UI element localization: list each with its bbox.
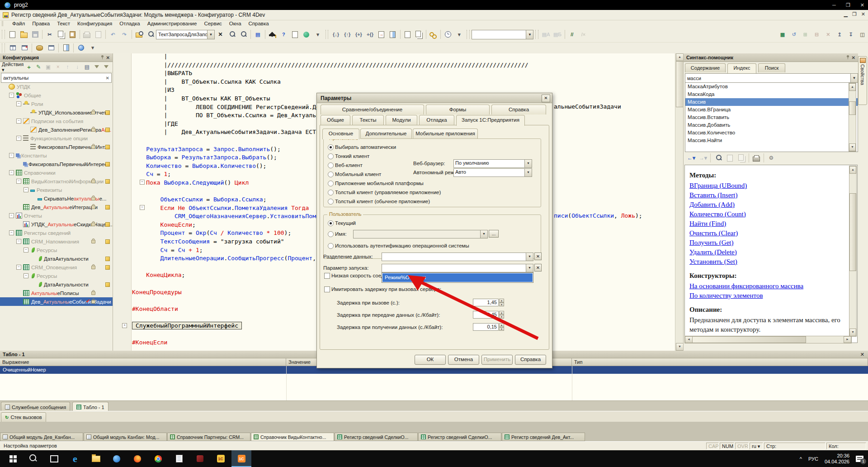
index-item[interactable]: МаскаАтрибутов — [685, 83, 858, 91]
tree-item[interactable]: −Ресурсы — [0, 272, 113, 280]
low-speed-checkbox[interactable] — [324, 273, 330, 279]
menu-отладка[interactable]: Отладка — [116, 21, 143, 26]
constructor-link[interactable]: На основании фиксированного массива — [689, 281, 846, 291]
syntax-tab-0[interactable]: Содержание — [685, 63, 726, 72]
expander-icon[interactable]: − — [24, 187, 28, 192]
print-icon[interactable] — [81, 29, 93, 40]
toolbar-more-icon[interactable]: ▾ — [312, 29, 323, 40]
constructor-link[interactable]: По количеству элементов — [689, 291, 846, 300]
expander-icon[interactable]: − — [24, 248, 28, 253]
storage-lock-icon[interactable]: ◫ — [857, 29, 868, 40]
scroll-thumb[interactable] — [849, 101, 856, 115]
syntax-help-icon[interactable] — [267, 29, 278, 40]
bottom-tab-1[interactable]: Табло - 1 — [72, 402, 108, 412]
storage-remove-icon[interactable]: ⊟ — [811, 29, 822, 40]
storage-history-icon[interactable]: ↺ — [788, 29, 800, 40]
find-in-files-icon[interactable] — [133, 29, 145, 40]
tree-item[interactable]: ФиксироватьПервичныйИнтерес — [0, 160, 113, 168]
menu-правка[interactable]: Правка — [28, 21, 53, 26]
doc-minimize-icon[interactable]: ▁ — [844, 11, 847, 17]
tree-item[interactable]: −CRM_Напоминания — [0, 237, 113, 246]
storage-delete-icon[interactable]: ✕ — [822, 29, 834, 40]
radio-user-name[interactable] — [328, 231, 334, 237]
data-separation-clear-icon[interactable]: ✕ — [534, 253, 542, 260]
отмена-button[interactable]: Отмена — [448, 355, 479, 365]
index-item[interactable]: Массив.Найти — [685, 137, 858, 144]
tree-item[interactable]: −Функциональные опции — [0, 134, 113, 143]
clear-search-icon[interactable]: ✕ — [106, 76, 109, 81]
new-document-icon[interactable] — [7, 29, 18, 40]
redo-icon[interactable]: ↷ — [118, 29, 130, 40]
user-browse-button[interactable]: ... — [489, 230, 499, 238]
radio-current-user[interactable] — [328, 220, 334, 226]
goto-line-icon[interactable]: +{} — [364, 29, 376, 40]
copy-item-icon[interactable]: ▣ — [44, 62, 52, 72]
chevron-down-icon[interactable]: ▼ — [526, 30, 533, 39]
taskbar-chrome[interactable] — [148, 450, 168, 467]
offline-mode-select[interactable]: Авто▼ — [453, 168, 532, 177]
taskbar-task-view[interactable] — [44, 450, 64, 467]
storage-down-icon[interactable]: ↧ — [845, 29, 857, 40]
dialog-tab2-0[interactable]: Общие — [321, 115, 350, 125]
delay-field-0[interactable]: 1,45 — [473, 299, 499, 306]
tree-item[interactable]: −Отчеты — [0, 211, 113, 220]
tree-item[interactable]: УПДК — [0, 82, 113, 91]
forward-icon[interactable]: →▾ — [697, 152, 709, 163]
method-link[interactable]: Установить (Set) — [689, 257, 846, 267]
module-split-icon[interactable] — [387, 29, 398, 40]
index-item[interactable]: Массив.Вставить — [685, 114, 858, 121]
radio-os-auth[interactable] — [328, 243, 334, 249]
launch-param-select[interactable]: ▼ — [382, 264, 533, 272]
prev-procedure-icon[interactable]: {↑} — [342, 29, 353, 40]
dropdown-item-selected[interactable]: Режим%Отладки — [382, 273, 533, 282]
dialog-tab2-4[interactable]: Запуск 1С:Предприятия — [456, 115, 525, 126]
menu-администрирование[interactable]: Администрирование — [144, 21, 201, 26]
chevron-down-icon[interactable]: ▼ — [850, 74, 858, 82]
expander-icon[interactable]: − — [9, 230, 14, 235]
settings-icon[interactable]: ⚙ — [765, 152, 777, 163]
inner-tab-2[interactable]: Мобильные приложения — [413, 129, 478, 138]
procedures-list-icon[interactable]: {+} — [353, 29, 364, 40]
web-browser-select[interactable]: По умолчанию▼ — [453, 159, 532, 168]
form-window-icon[interactable] — [45, 43, 57, 53]
next-topic-icon[interactable] — [736, 152, 747, 163]
ок-button[interactable]: ОК — [415, 355, 446, 365]
close-icon[interactable]: ✕ — [860, 2, 864, 8]
notification-icon[interactable]: 1 — [856, 456, 863, 462]
window-close-icon[interactable] — [19, 43, 30, 53]
taskbar-start[interactable] — [3, 450, 23, 467]
panel-close-icon[interactable]: ✕ — [106, 55, 110, 60]
expander-icon[interactable]: − — [16, 179, 21, 184]
expander-icon[interactable]: − — [16, 239, 21, 244]
scroll-thumb[interactable] — [692, 336, 806, 343]
tree-item[interactable]: ДатаАктуальности — [0, 280, 113, 289]
spinner-0[interactable]: ▲▼ — [499, 299, 504, 306]
taskbar-app-blue[interactable] — [107, 450, 127, 467]
delay-field-2[interactable]: 0,15 — [473, 323, 499, 331]
scroll-down-icon[interactable]: ▼ — [676, 343, 683, 351]
syntax-tab-2[interactable]: Поиск — [758, 63, 785, 72]
panel-close-icon[interactable]: ✕ — [860, 352, 868, 357]
chain-format-icon[interactable] — [428, 29, 439, 40]
dialog-tab2-2[interactable]: Модули — [386, 115, 417, 125]
scroll-thumb[interactable] — [676, 61, 683, 107]
expander-icon[interactable]: − — [9, 170, 14, 175]
storage-open-icon[interactable]: ▦ — [777, 29, 788, 40]
radio-3[interactable] — [328, 172, 334, 177]
comment-icon[interactable]: // — [566, 29, 578, 40]
scroll-up-icon[interactable]: ▲ — [676, 53, 683, 61]
expander-icon[interactable]: − — [16, 101, 21, 106]
index-item[interactable]: Массив — [685, 98, 858, 106]
taskbar-1c-config[interactable]: 1С — [211, 450, 231, 467]
fold-marker-if[interactable]: − — [140, 205, 145, 210]
copy-icon[interactable] — [56, 29, 67, 40]
properties-side-tab[interactable]: Свойства — [858, 56, 867, 105]
delay-field-1[interactable]: 0,45 — [473, 311, 499, 319]
expander-icon[interactable]: − — [9, 153, 14, 158]
dialog-tab2-3[interactable]: Отладка — [419, 115, 454, 125]
taskbar-firefox[interactable] — [127, 450, 147, 467]
maximize-icon[interactable]: ❐ — [846, 2, 850, 8]
menu-окна[interactable]: Окна — [226, 21, 245, 26]
radio-4[interactable] — [328, 181, 334, 186]
print-icon[interactable] — [750, 152, 762, 163]
